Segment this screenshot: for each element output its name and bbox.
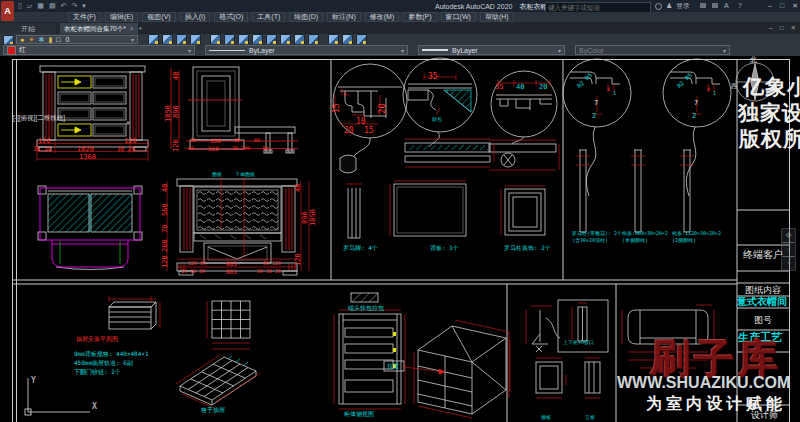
watermark-slogan: 为室内设计赋能 bbox=[646, 394, 786, 415]
linetype-combo[interactable]: ByLayer ▾ bbox=[205, 45, 408, 55]
app-store-icon[interactable] bbox=[700, 3, 706, 8]
linetype-value: ByLayer bbox=[249, 47, 275, 54]
user-icon[interactable]: ♟ bbox=[666, 1, 672, 11]
layer-tool-icon[interactable] bbox=[176, 34, 187, 45]
workspace-dropdown-icon[interactable]: ▾ bbox=[82, 1, 86, 11]
layer-tool-icon[interactable] bbox=[224, 34, 235, 45]
menu-item-帮助(H)[interactable]: 帮助(H) bbox=[480, 12, 514, 22]
save-icon[interactable]: ▦ bbox=[37, 1, 44, 11]
layer-tool-icon[interactable] bbox=[356, 34, 367, 45]
close-button[interactable]: ✕ bbox=[792, 0, 798, 11]
plot-icon[interactable]: ▤ bbox=[49, 1, 56, 11]
sign-in-button[interactable]: 登录 bbox=[676, 1, 690, 11]
help-icon[interactable]: ? bbox=[738, 1, 742, 11]
menu-item-视图(V)[interactable]: 视图(V) bbox=[142, 12, 175, 22]
tab-document-label: 衣柜衣帽间合集70个* bbox=[64, 23, 126, 34]
color-combo[interactable]: 红 ▾ bbox=[3, 45, 195, 55]
redo-icon[interactable]: ↷ bbox=[71, 1, 77, 11]
doc-minimize-button[interactable]: – bbox=[769, 22, 773, 33]
menu-item-参数(P)[interactable]: 参数(P) bbox=[403, 12, 436, 22]
color-value: 红 bbox=[19, 45, 26, 55]
tab-start[interactable]: 开始 bbox=[0, 23, 56, 34]
zoom-icon[interactable]: ○ bbox=[781, 242, 796, 257]
pan-icon[interactable]: ✥ bbox=[781, 228, 796, 243]
lineweight-value: ByLayer bbox=[452, 47, 478, 54]
layer-tools-group bbox=[148, 34, 367, 44]
orbit-icon[interactable]: ◔ bbox=[781, 256, 796, 271]
viewport-label[interactable]: [-][俯视][二维线框] bbox=[13, 114, 65, 123]
chevron-down-icon[interactable]: ▾ bbox=[131, 36, 134, 43]
cart-icon[interactable] bbox=[712, 3, 718, 8]
menu-item-绘图(D)[interactable]: 绘图(D) bbox=[289, 12, 323, 22]
layer-tool-icon[interactable] bbox=[238, 34, 249, 45]
maximize-button[interactable]: □ bbox=[780, 0, 784, 11]
tab-close-icon[interactable]: × bbox=[130, 23, 134, 34]
app-title: Autodesk AutoCAD 2020 bbox=[435, 3, 512, 10]
plotstyle-value: ByColor bbox=[579, 47, 604, 54]
minimize-button[interactable]: – bbox=[768, 0, 772, 11]
layer-tool-icon[interactable] bbox=[294, 34, 305, 45]
layer-tool-icon[interactable] bbox=[308, 34, 319, 45]
bulb-icon: ● bbox=[20, 36, 24, 44]
menu-item-插入(I)[interactable]: 插入(I) bbox=[180, 12, 211, 22]
chevron-down-icon[interactable]: ▾ bbox=[188, 47, 191, 54]
search-box[interactable] bbox=[545, 2, 651, 13]
layer-name: 0 bbox=[65, 36, 69, 43]
menu-items: 文件(F)编辑(E)视图(V)插入(I)格式(O)工具(T)绘图(D)标注(N)… bbox=[68, 12, 518, 22]
color-swatch bbox=[7, 46, 16, 55]
layer-tool-icon[interactable] bbox=[280, 34, 291, 45]
new-icon[interactable]: ▯ bbox=[18, 1, 22, 11]
menu-item-工具(T)[interactable]: 工具(T) bbox=[252, 12, 285, 22]
chevron-down-icon: ▾ bbox=[723, 47, 726, 54]
menu-item-标注(N)[interactable]: 标注(N) bbox=[327, 12, 361, 22]
layer-tool-icon[interactable] bbox=[162, 34, 173, 45]
lock-icon: ▮ bbox=[48, 36, 52, 44]
chevron-down-icon[interactable]: ▾ bbox=[558, 47, 561, 54]
sun-icon: ☀ bbox=[28, 36, 34, 44]
menu-item-修改(M)[interactable]: 修改(M) bbox=[365, 12, 400, 22]
quick-access-toolbar: ▯▱▦▤↶↷▾ bbox=[18, 1, 86, 11]
autodesk-a-icon[interactable]: A bbox=[724, 1, 729, 11]
layer-tool-icon[interactable] bbox=[210, 34, 221, 45]
menu-item-文件(F)[interactable]: 文件(F) bbox=[68, 12, 101, 22]
plotstyle-combo: ByColor ▾ bbox=[575, 45, 730, 55]
search-icon[interactable] bbox=[655, 3, 662, 10]
autocad-app-button[interactable]: A bbox=[1, 1, 14, 21]
layer-tool-icon[interactable] bbox=[266, 34, 277, 45]
autocad-window: ▯▱▦▤↶↷▾ Autodesk AutoCAD 2020 衣柜衣帽间合集70个… bbox=[0, 0, 800, 422]
color-chip-icon: □ bbox=[56, 36, 60, 44]
open-icon[interactable]: ▱ bbox=[27, 1, 32, 11]
menu-item-格式(O)[interactable]: 格式(O) bbox=[214, 12, 248, 22]
title-bar: ▯▱▦▤↶↷▾ Autodesk AutoCAD 2020 衣柜衣帽间合集70个… bbox=[0, 0, 800, 12]
layer-tool-icon[interactable] bbox=[342, 34, 353, 45]
layer-tool-icon[interactable] bbox=[252, 34, 263, 45]
lineweight-sample bbox=[422, 49, 448, 51]
menu-item-窗口(W)[interactable]: 窗口(W) bbox=[441, 12, 476, 22]
chevron-down-icon[interactable]: ▾ bbox=[401, 47, 404, 54]
layer-status-icons: ●☀✻▮□ bbox=[20, 36, 62, 44]
layer-tool-icon[interactable] bbox=[190, 34, 201, 45]
freeze-icon: ✻ bbox=[39, 36, 45, 44]
lineweight-combo[interactable]: ByLayer ▾ bbox=[418, 45, 565, 55]
doc-restore-button[interactable]: □ bbox=[780, 22, 784, 33]
layer-tool-icon[interactable] bbox=[328, 34, 339, 45]
layer-tool-icon[interactable] bbox=[148, 34, 159, 45]
doc-close-button[interactable]: ✕ bbox=[791, 22, 796, 33]
linetype-sample bbox=[209, 50, 245, 51]
tab-document[interactable]: 衣柜衣帽间合集70个* × bbox=[60, 23, 138, 34]
layer-combo[interactable]: ●☀✻▮□ 0 ▾ bbox=[16, 35, 138, 44]
search-input[interactable] bbox=[546, 4, 650, 11]
watermark-url: WWW.SHUAZIKU.COM bbox=[617, 374, 790, 392]
menu-item-编辑(E)[interactable]: 编辑(E) bbox=[105, 12, 138, 22]
undo-icon[interactable]: ↶ bbox=[61, 1, 67, 11]
new-tab-button[interactable]: + bbox=[138, 23, 143, 34]
